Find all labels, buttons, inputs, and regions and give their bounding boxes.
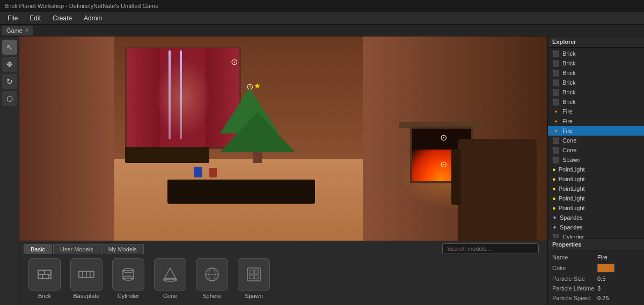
- svg-rect-1: [38, 270, 45, 274]
- asset-tab-my-models[interactable]: My Models: [101, 244, 144, 254]
- svg-rect-23: [254, 275, 258, 279]
- asset-sphere[interactable]: Sphere: [193, 258, 231, 299]
- explorer-item-label-17: Sparkles: [560, 214, 583, 221]
- mug-2: [209, 168, 217, 177]
- prop-label-4: Particle Speed: [552, 295, 595, 301]
- explorer-item-icon-17: ✦: [552, 214, 557, 221]
- brick-label: Brick: [38, 293, 51, 299]
- explorer-item-label-4: Brick: [562, 89, 575, 95]
- explorer-item-15[interactable]: ●PointLight: [548, 194, 644, 203]
- explorer-item-icon-10: ⬛: [552, 147, 560, 154]
- window-glow: [155, 58, 211, 137]
- menu-admin[interactable]: Admin: [78, 13, 107, 23]
- light-icon-4: ⊙: [440, 159, 447, 169]
- explorer-item-6[interactable]: 🔸Fire: [548, 107, 644, 116]
- explorer-item-icon-3: ⬛: [552, 79, 560, 86]
- title-bar: Brick Planet Workshop - DefinitelyNotNat…: [0, 0, 644, 12]
- svg-rect-2: [45, 270, 51, 274]
- asset-cylinder[interactable]: Cylinder: [109, 258, 147, 299]
- explorer-item-9[interactable]: ⬛Cone: [548, 136, 644, 145]
- spawn-icon: [238, 258, 270, 291]
- prop-value-3: 3: [597, 285, 640, 292]
- explorer-item-icon-18: ✦: [552, 224, 557, 231]
- explorer-item-icon-9: ⬛: [552, 137, 560, 144]
- properties-list: NameFireColorParticle Size0.5Particle Li…: [548, 250, 644, 305]
- explorer-item-10[interactable]: ⬛Cone: [548, 145, 644, 155]
- brick-icon: [28, 258, 61, 291]
- explorer-item-12[interactable]: ●PointLight: [548, 165, 644, 174]
- cone-label: Cone: [163, 293, 177, 299]
- explorer-item-icon-6: 🔸: [552, 108, 560, 115]
- mug-1: [194, 167, 202, 177]
- explorer-item-11[interactable]: ⬛Spawn: [548, 155, 644, 165]
- asset-tab-basic[interactable]: Basic: [24, 244, 52, 254]
- explorer-item-icon-7: 🔸: [552, 118, 560, 125]
- select-tool-button[interactable]: ↖: [2, 40, 17, 55]
- explorer-item-5[interactable]: ⬛Brick: [548, 97, 644, 107]
- asset-tab-user-models[interactable]: User Models: [53, 244, 100, 254]
- asset-cone[interactable]: Cone: [151, 258, 189, 299]
- menu-create[interactable]: Create: [47, 13, 77, 23]
- explorer-item-8[interactable]: 🔸Fire: [548, 126, 644, 136]
- svg-rect-4: [42, 274, 49, 279]
- explorer-item-label-18: Sparkles: [560, 224, 583, 230]
- explorer-item-icon-1: ⬛: [552, 60, 560, 67]
- explorer-item-icon-16: ●: [552, 205, 556, 211]
- prop-value-2: 0.5: [597, 276, 640, 282]
- explorer-item-label-2: Brick: [562, 70, 575, 76]
- asset-baseplate[interactable]: Baseplate: [68, 258, 105, 299]
- baseplate-icon: [70, 258, 103, 291]
- prop-label-1: Color: [552, 265, 595, 271]
- explorer-item-0[interactable]: ⬛Brick: [548, 49, 644, 58]
- explorer-item-2[interactable]: ⬛Brick: [548, 68, 644, 78]
- move-icon: ✥: [6, 60, 13, 69]
- explorer-item-label-7: Fire: [562, 118, 573, 124]
- svg-rect-20: [250, 270, 253, 274]
- explorer-item-14[interactable]: ●PointLight: [548, 184, 644, 194]
- explorer-item-19[interactable]: ⬛Cylinder: [548, 232, 644, 239]
- explorer-header: Explorer: [548, 36, 644, 48]
- explorer-item-1[interactable]: ⬛Brick: [548, 58, 644, 68]
- tree-mid: [220, 112, 295, 152]
- explorer-item-16[interactable]: ●PointLight: [548, 203, 644, 213]
- asset-spawn[interactable]: Spawn: [235, 258, 273, 299]
- asset-tabs: Basic User Models My Models: [19, 241, 547, 254]
- menu-edit[interactable]: Edit: [24, 13, 46, 23]
- explorer-item-icon-5: ⬛: [552, 99, 560, 106]
- cylinder-label: Cylinder: [118, 293, 139, 299]
- move-tool-button[interactable]: ✥: [2, 57, 17, 72]
- prop-row-4: Particle Speed0.25: [548, 293, 644, 303]
- rotate-icon: ↻: [6, 77, 13, 86]
- svg-rect-7: [79, 271, 83, 278]
- tab-game[interactable]: Game ✕: [2, 26, 33, 35]
- explorer-list[interactable]: ⬛Brick⬛Brick⬛Brick⬛Brick⬛Brick⬛Brick🔸Fir…: [548, 48, 644, 239]
- christmas-tree: ★: [220, 88, 295, 163]
- window-title: Brick Planet Workshop - DefinitelyNotNat…: [4, 3, 158, 9]
- tree-star-icon: ★: [254, 81, 261, 90]
- explorer-item-label-13: PointLight: [559, 176, 585, 182]
- explorer-item-13[interactable]: ●PointLight: [548, 174, 644, 184]
- color-swatch-1[interactable]: [597, 264, 614, 272]
- right-panel: Explorer ⬛Brick⬛Brick⬛Brick⬛Brick⬛Brick⬛…: [547, 36, 644, 305]
- search-input[interactable]: [442, 243, 539, 254]
- sphere-label: Sphere: [202, 293, 221, 299]
- explorer-item-label-1: Brick: [562, 60, 575, 66]
- explorer-item-label-10: Cone: [562, 147, 576, 153]
- tab-close-button[interactable]: ✕: [25, 27, 29, 33]
- properties-panel: Properties NameFireColorParticle Size0.5…: [548, 239, 644, 305]
- scale-tool-button[interactable]: ⬡: [2, 91, 17, 106]
- asset-brick[interactable]: Brick: [26, 258, 63, 299]
- explorer-item-4[interactable]: ⬛Brick: [548, 87, 644, 97]
- explorer-item-7[interactable]: 🔸Fire: [548, 116, 644, 126]
- rotate-tool-button[interactable]: ↻: [2, 74, 17, 89]
- prop-label-0: Name: [552, 254, 595, 261]
- asset-grid: Brick Baseplate: [19, 254, 547, 303]
- explorer-item-3[interactable]: ⬛Brick: [548, 78, 644, 87]
- explorer-item-17[interactable]: ✦Sparkles: [548, 213, 644, 222]
- menu-file[interactable]: File: [2, 13, 23, 23]
- svg-rect-9: [86, 271, 90, 278]
- viewport[interactable]: ⊙ ⊙ ★ ⊙: [19, 36, 547, 241]
- explorer-item-label-14: PointLight: [559, 185, 585, 192]
- explorer-item-icon-11: ⬛: [552, 157, 560, 163]
- explorer-item-18[interactable]: ✦Sparkles: [548, 222, 644, 232]
